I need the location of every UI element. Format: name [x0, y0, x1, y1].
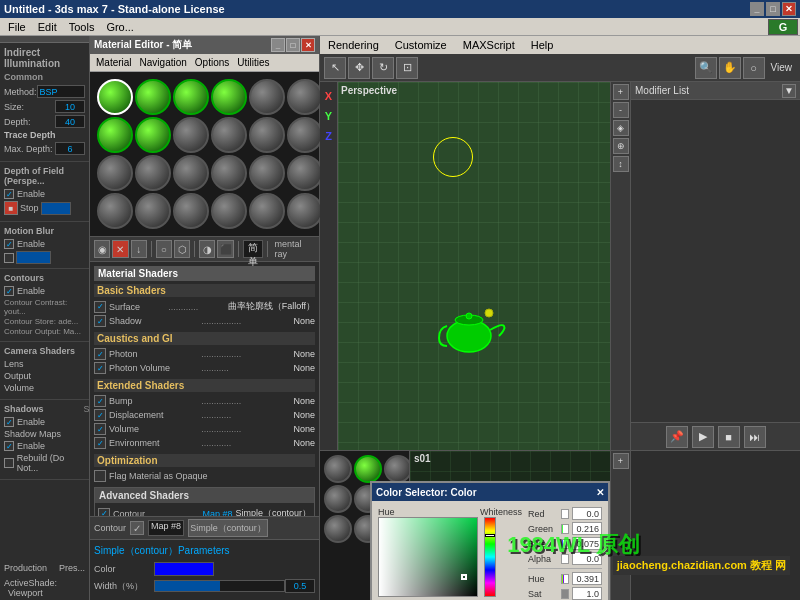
- minimize-button[interactable]: _: [750, 2, 764, 16]
- bottom-ball-5[interactable]: [324, 485, 352, 513]
- photon-checkbox[interactable]: [94, 348, 106, 360]
- mat-menu-material[interactable]: Material: [92, 54, 136, 71]
- vp-scale-button[interactable]: ⊡: [396, 57, 418, 79]
- mat-ball-9[interactable]: [211, 117, 247, 153]
- vm-maxscript[interactable]: MAXScript: [455, 36, 523, 54]
- mat-menu-utilities[interactable]: Utilities: [233, 54, 273, 71]
- blue-value[interactable]: 0.075: [572, 537, 602, 550]
- shadow-maps-enable-checkbox[interactable]: [4, 441, 14, 451]
- mat-ball-1[interactable]: [135, 79, 171, 115]
- volume-checkbox[interactable]: [94, 423, 106, 435]
- main-viewport[interactable]: Perspective: [338, 82, 610, 450]
- mat-ball-10[interactable]: [249, 117, 285, 153]
- mat-ball-16[interactable]: [249, 155, 285, 191]
- mat-name-field[interactable]: 简单: [243, 240, 263, 258]
- mat-ball-23[interactable]: [287, 193, 323, 229]
- mat-ball-17[interactable]: [287, 155, 323, 191]
- mat-minimize-button[interactable]: _: [271, 38, 285, 52]
- mat-ball-14[interactable]: [173, 155, 209, 191]
- method-dropdown[interactable]: BSP: [37, 85, 85, 98]
- mat-ball-5[interactable]: [287, 79, 323, 115]
- z-axis-label[interactable]: Z: [320, 126, 337, 146]
- mat-maximize-button[interactable]: □: [286, 38, 300, 52]
- mod-pin-button[interactable]: 📌: [666, 426, 688, 448]
- mat-ball-15[interactable]: [211, 155, 247, 191]
- mat-ball-19[interactable]: [135, 193, 171, 229]
- hue-slider[interactable]: [484, 517, 496, 597]
- displacement-checkbox[interactable]: [94, 409, 106, 421]
- x-axis-label[interactable]: X: [320, 86, 337, 106]
- mb-check2[interactable]: [4, 253, 14, 263]
- mod-play-button[interactable]: ▶: [692, 426, 714, 448]
- adv-contour-checkbox[interactable]: [98, 508, 110, 517]
- bottom-ball-1[interactable]: [354, 455, 382, 483]
- width-value[interactable]: 0.5: [285, 579, 315, 593]
- window-controls[interactable]: _ □ ✕: [750, 2, 796, 16]
- shadows-enable-checkbox[interactable]: [4, 417, 14, 427]
- red-slider[interactable]: [561, 509, 569, 519]
- contours-enable-checkbox[interactable]: [4, 286, 14, 296]
- mat-menu-options[interactable]: Options: [191, 54, 233, 71]
- mat-ball-20[interactable]: [173, 193, 209, 229]
- bottom-viewport[interactable]: s01 Color Selector: Color ✕ Hue: [410, 451, 610, 600]
- teapot-object[interactable]: [434, 298, 514, 358]
- depth-field[interactable]: 40: [55, 115, 85, 128]
- vp-side-btn-3[interactable]: ◈: [613, 120, 629, 136]
- vp-move-button[interactable]: ✥: [348, 57, 370, 79]
- mat-cylinder-button[interactable]: ⬡: [174, 240, 190, 258]
- mat-ball-6[interactable]: [97, 117, 133, 153]
- shadow-checkbox[interactable]: [94, 315, 106, 327]
- blue-slider[interactable]: [561, 539, 569, 549]
- mat-backlight-button[interactable]: ◑: [199, 240, 215, 258]
- mat-ball-0[interactable]: [97, 79, 133, 115]
- vp-select-button[interactable]: ↖: [324, 57, 346, 79]
- mat-menu-navigation[interactable]: Navigation: [136, 54, 191, 71]
- mb-value-field[interactable]: [16, 251, 51, 264]
- mat-ball-21[interactable]: [211, 193, 247, 229]
- size-field[interactable]: 10: [55, 100, 85, 113]
- bottom-ball-10[interactable]: [324, 515, 352, 543]
- dof-enable-checkbox[interactable]: [4, 189, 14, 199]
- vp-pan-button[interactable]: ✋: [719, 57, 741, 79]
- red-value[interactable]: 0.0: [572, 507, 602, 520]
- maximize-button[interactable]: □: [766, 2, 780, 16]
- mat-ball-3[interactable]: [211, 79, 247, 115]
- photon-volume-checkbox[interactable]: [94, 362, 106, 374]
- environment-checkbox[interactable]: [94, 437, 106, 449]
- mat-ball-12[interactable]: [97, 155, 133, 191]
- advanced-shaders-header[interactable]: Advanced Shaders: [95, 488, 314, 503]
- mat-get-material-button[interactable]: ◉: [94, 240, 110, 258]
- width-slider[interactable]: [154, 580, 285, 592]
- max-depth-field[interactable]: 6: [55, 142, 85, 155]
- color-swatch[interactable]: [154, 562, 214, 576]
- mat-close-material-button[interactable]: ✕: [112, 240, 128, 258]
- mat-put-button[interactable]: ↓: [131, 240, 147, 258]
- mat-bg-button[interactable]: ⬛: [217, 240, 233, 258]
- sat-value[interactable]: 1.0: [572, 587, 602, 600]
- vp-zoom-button[interactable]: 🔍: [695, 57, 717, 79]
- vm-customize[interactable]: Customize: [387, 36, 455, 54]
- menu-edit[interactable]: Edit: [32, 18, 63, 35]
- mat-ball-13[interactable]: [135, 155, 171, 191]
- vp-side-btn-2[interactable]: -: [613, 102, 629, 118]
- stop-field[interactable]: [41, 202, 71, 215]
- bottom-ball-0[interactable]: [324, 455, 352, 483]
- mat-close-button[interactable]: ✕: [301, 38, 315, 52]
- vm-help[interactable]: Help: [523, 36, 562, 54]
- alpha-value[interactable]: 0.0: [572, 552, 602, 565]
- menu-group[interactable]: Gro...: [100, 18, 140, 35]
- hue-val-value[interactable]: 0.391: [572, 572, 602, 585]
- contour-map-dropdown[interactable]: Map #8: [148, 520, 184, 536]
- vp-side-btn-5[interactable]: ↕: [613, 156, 629, 172]
- mat-ball-7[interactable]: [135, 117, 171, 153]
- vp-side-btn-4[interactable]: ⊕: [613, 138, 629, 154]
- bottom-ball-2[interactable]: [384, 455, 410, 483]
- vp-side-btn-1[interactable]: +: [613, 84, 629, 100]
- sat-slider[interactable]: [561, 589, 569, 599]
- mat-sphere-button[interactable]: ○: [156, 240, 172, 258]
- vp-rotate-button[interactable]: ↻: [372, 57, 394, 79]
- alpha-slider[interactable]: [561, 554, 569, 564]
- bottom-side-btn[interactable]: +: [613, 453, 629, 469]
- close-button[interactable]: ✕: [782, 2, 796, 16]
- mat-ball-2[interactable]: [173, 79, 209, 115]
